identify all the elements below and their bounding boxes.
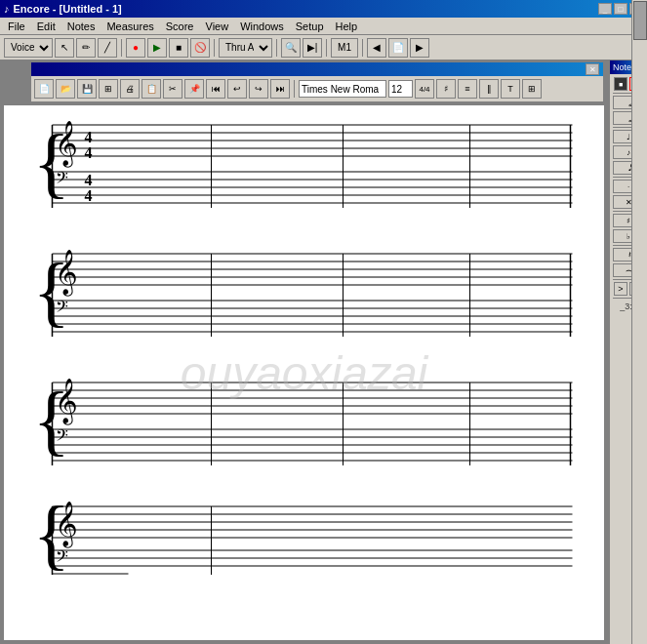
ft-new[interactable]: 📄 xyxy=(34,79,54,99)
staff-system-3: { 𝄞 𝄢 xyxy=(23,373,585,472)
menu-windows[interactable]: Windows xyxy=(234,20,290,33)
voice-dropdown[interactable]: Voice - xyxy=(4,38,53,58)
title-bar-left: ♪ Encore - [Untitled - 1] xyxy=(4,3,122,15)
treble-clef-3: 𝄞 xyxy=(55,379,78,425)
scroll-thumb[interactable] xyxy=(633,1,647,40)
forward-button[interactable]: ▶| xyxy=(303,38,322,58)
ft-text[interactable]: T xyxy=(501,79,520,99)
separator-2 xyxy=(214,39,215,57)
ft-undo[interactable]: ↩ xyxy=(227,79,247,99)
window-title: Encore - [Untitled - 1] xyxy=(14,3,122,15)
minimize-button[interactable]: _ xyxy=(598,3,612,15)
search-button[interactable]: 🔍 xyxy=(281,38,301,58)
treble-clef-2: 𝄞 xyxy=(55,250,78,297)
eraser-tool[interactable]: ╱ xyxy=(98,38,117,58)
ft-time-sig[interactable]: 4/4 xyxy=(415,79,434,99)
record-button[interactable]: ● xyxy=(126,38,145,58)
arrow-tool[interactable]: ↖ xyxy=(55,38,74,58)
main-toolbar: Voice - ↖ ✏ ╱ ● ▶ ■ 🚫 Thru A- 🔍 ▶| M1 ◀ … xyxy=(0,35,647,60)
ft-more[interactable]: ⊞ xyxy=(522,79,542,99)
menu-score[interactable]: Score xyxy=(160,20,200,33)
sheet-container[interactable]: ouyaoxiazai { 𝄞 xyxy=(4,105,604,640)
staff-system-1: { 𝄞 4 4 xyxy=(23,115,585,215)
menu-file[interactable]: File xyxy=(2,20,31,33)
separator-5 xyxy=(362,39,363,57)
accent-btn[interactable]: > xyxy=(614,282,627,296)
separator-1 xyxy=(121,39,122,57)
menu-notes[interactable]: Notes xyxy=(61,20,101,33)
ft-paste[interactable]: 📌 xyxy=(184,79,204,99)
ft-redo-all[interactable]: ⏭ xyxy=(270,79,290,99)
float-toolbar: ✕ 📄 📂 💾 ⊞ 🖨 📋 ✂ 📌 ⏮ ↩ ↪ ⏭ 4/4 ♯ ≡ xyxy=(29,60,605,103)
bass-clef-4: 𝄢 xyxy=(56,547,68,569)
float-toolbar-content: 📄 📂 💾 ⊞ 🖨 📋 ✂ 📌 ⏮ ↩ ↪ ⏭ 4/4 ♯ ≡ ‖ T xyxy=(31,76,603,101)
menu-setup[interactable]: Setup xyxy=(290,20,330,33)
play-button[interactable]: ▶ xyxy=(147,38,167,58)
ft-cut[interactable]: ✂ xyxy=(163,79,182,99)
ft-open[interactable]: 📂 xyxy=(56,79,75,99)
ft-barline[interactable]: ‖ xyxy=(479,79,499,99)
time-sig-top-1: 4 xyxy=(85,129,93,145)
font-name-input[interactable] xyxy=(299,80,386,98)
ft-redo[interactable]: ↪ xyxy=(249,79,268,99)
note-black-btn[interactable]: ■ xyxy=(614,77,627,91)
menu-edit[interactable]: Edit xyxy=(31,20,61,33)
score-area: ✕ 📄 📂 💾 ⊞ 🖨 📋 ✂ 📌 ⏮ ↩ ↪ ⏭ 4/4 ♯ ≡ xyxy=(0,60,608,644)
title-bar: ♪ Encore - [Untitled - 1] _ □ ✕ xyxy=(0,0,647,18)
ft-align[interactable]: ≡ xyxy=(458,79,477,99)
bass-clef-1: 𝄢 xyxy=(56,169,68,190)
treble-clef-4: 𝄞 xyxy=(55,502,78,548)
main-area: ✕ 📄 📂 💾 ⊞ 🖨 📋 ✂ 📌 ⏮ ↩ ↪ ⏭ 4/4 ♯ ≡ xyxy=(0,60,647,644)
scrollbar[interactable] xyxy=(631,0,647,644)
time-sig-bot-1: 4 xyxy=(85,144,93,161)
separator-3 xyxy=(276,39,277,57)
system-2-svg: { 𝄞 𝄢 xyxy=(23,244,585,342)
separator-4 xyxy=(326,39,327,57)
staff-system-2: { 𝄞 𝄢 xyxy=(23,244,585,343)
menu-help[interactable]: Help xyxy=(330,20,364,33)
no-button[interactable]: 🚫 xyxy=(190,38,210,58)
bass-time-top-1: 4 xyxy=(85,172,93,188)
nav-right[interactable]: ▶ xyxy=(410,38,429,58)
ft-undo-all[interactable]: ⏮ xyxy=(206,79,225,99)
bass-clef-2: 𝄢 xyxy=(56,298,68,319)
pencil-tool[interactable]: ✏ xyxy=(76,38,96,58)
treble-clef-1: 𝄞 xyxy=(55,121,78,168)
menu-view[interactable]: View xyxy=(200,20,235,33)
right-panel: Notes ✕ ■ ♩ 𝅗𝅥 𝅗 ♩ ♪ 𝅘𝅥𝅯 · ✕ ♯ ♭ 𝄽 xyxy=(608,60,647,644)
float-toolbar-close[interactable]: ✕ xyxy=(586,63,599,75)
page-icon: 📄 xyxy=(388,38,408,58)
nav-left[interactable]: ◀ xyxy=(367,38,386,58)
menu-measures[interactable]: Measures xyxy=(101,20,159,33)
ft-accidental[interactable]: ♯ xyxy=(436,79,456,99)
font-size-input[interactable] xyxy=(388,80,413,98)
bass-time-bot-1: 4 xyxy=(85,187,93,204)
ft-separator xyxy=(294,80,295,98)
staff-system-4: { 𝄞 𝄢 xyxy=(23,502,585,582)
menu-bar: File Edit Notes Measures Score View Wind… xyxy=(0,18,647,35)
bass-clef-3: 𝄢 xyxy=(56,426,68,448)
ft-print[interactable]: 🖨 xyxy=(120,79,140,99)
float-toolbar-title: ✕ xyxy=(31,62,603,76)
ft-save[interactable]: 💾 xyxy=(77,79,97,99)
system-3-svg: { 𝄞 𝄢 xyxy=(23,373,585,470)
system-4-svg: { 𝄞 𝄢 xyxy=(23,502,585,580)
app-icon: ♪ xyxy=(4,3,10,15)
ft-grid[interactable]: ⊞ xyxy=(99,79,118,99)
thru-dropdown[interactable]: Thru A- xyxy=(219,38,272,58)
stop-button[interactable]: ■ xyxy=(169,38,188,58)
maximize-button[interactable]: □ xyxy=(614,3,627,15)
system-1-svg: { 𝄞 4 4 xyxy=(23,115,585,213)
ft-copy2[interactable]: 📋 xyxy=(142,79,161,99)
m1-label: M1 xyxy=(331,38,358,58)
